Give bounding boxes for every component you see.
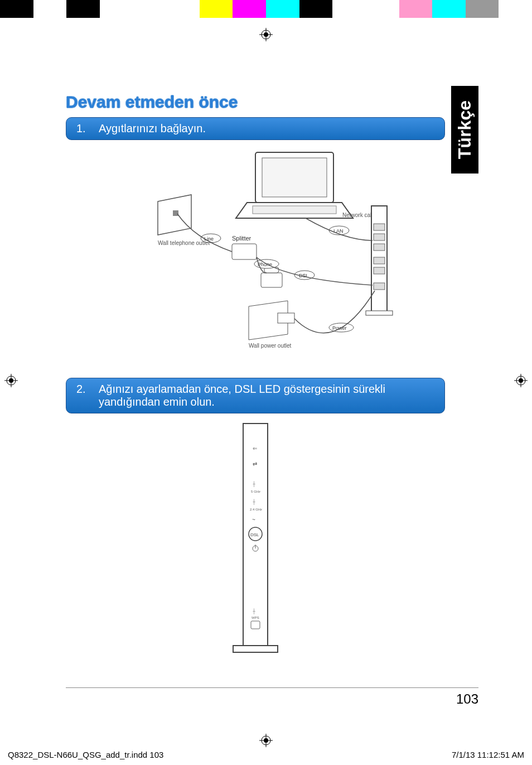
wps-label: WPS xyxy=(252,616,259,619)
svg-rect-22 xyxy=(261,273,282,287)
step-number: 2. xyxy=(76,383,89,408)
svg-rect-34 xyxy=(366,311,393,315)
internet-icon: ⇄ xyxy=(253,461,257,467)
wifi-wps-icon: ⟊ xyxy=(252,607,256,615)
wall-power-outlet-label: Wall power outlet xyxy=(249,343,292,349)
footer-rule xyxy=(66,687,478,688)
svg-rect-30 xyxy=(374,244,385,251)
step-text: Aygıtlarınızı bağlayın. xyxy=(99,122,434,135)
wall-telephone-outlet-icon xyxy=(158,195,191,235)
svg-text:⟊: ⟊ xyxy=(252,498,256,506)
color-calibration-bar xyxy=(0,0,532,18)
telephone-icon xyxy=(261,267,282,287)
footer-timestamp: 7/1/13 11:12:51 AM xyxy=(452,750,524,759)
svg-text:⇄: ⇄ xyxy=(253,461,257,467)
registration-mark-icon xyxy=(514,374,528,387)
dsl-led-label: DSL xyxy=(250,532,259,537)
svg-rect-32 xyxy=(374,267,385,274)
svg-rect-21 xyxy=(232,244,257,259)
registration-mark-icon xyxy=(259,734,273,747)
wps-button-icon xyxy=(251,621,260,629)
svg-rect-35 xyxy=(278,313,294,323)
step-1-bar: 1. Aygıtlarınızı bağlayın. xyxy=(66,117,445,140)
link-icon: ~ xyxy=(252,517,255,523)
wifi-5ghz-icon: ⟊ xyxy=(252,480,256,488)
wall-telephone-outlet-label: Wall telephone outlet xyxy=(158,240,210,246)
splitter-label: Splitter xyxy=(232,235,252,242)
lan-cable-label: LAN xyxy=(333,228,344,234)
wifi-24ghz-label: 2.4 GHz xyxy=(250,508,262,511)
page-title: Devam etmeden önce xyxy=(66,93,445,112)
svg-rect-28 xyxy=(374,224,385,230)
language-tab: Türkçe xyxy=(451,86,478,174)
svg-text:~: ~ xyxy=(252,517,255,523)
svg-rect-19 xyxy=(173,210,178,216)
router-front-diagram: ⇐ ⇄ ⟊ 5 GHz ⟊ 2.4 GHz ~ DSL ⟊ WPS xyxy=(66,419,445,661)
svg-text:⟊: ⟊ xyxy=(252,607,256,615)
svg-text:⇐: ⇐ xyxy=(253,445,257,451)
step-number: 1. xyxy=(76,122,89,135)
svg-rect-38 xyxy=(233,646,278,652)
usb-icon: ⇐ xyxy=(253,445,257,451)
registration-mark-icon xyxy=(259,28,273,41)
svg-rect-33 xyxy=(374,283,385,290)
svg-rect-31 xyxy=(374,257,385,264)
page-number: 103 xyxy=(456,691,478,707)
line-label: Line xyxy=(204,236,214,242)
step-text: Ağınızı ayarlamadan önce, DSL LED göster… xyxy=(99,383,434,408)
connection-diagram: Wall telephone outlet Line Splitter Phon… xyxy=(66,146,445,371)
svg-rect-29 xyxy=(374,234,385,240)
wall-power-outlet-icon xyxy=(249,301,294,340)
svg-rect-18 xyxy=(253,206,336,214)
svg-rect-17 xyxy=(262,158,327,197)
wifi-5ghz-label: 5 GHz xyxy=(251,490,260,493)
svg-text:⟊: ⟊ xyxy=(252,480,256,488)
laptop-icon xyxy=(236,152,353,218)
wifi-24ghz-icon: ⟊ xyxy=(252,498,256,506)
footer-filename: Q8322_DSL-N66U_QSG_add_tr.indd 103 xyxy=(8,750,163,759)
step-2-bar: 2. Ağınızı ayarlamadan önce, DSL LED gös… xyxy=(66,378,445,413)
registration-mark-icon xyxy=(4,374,18,387)
